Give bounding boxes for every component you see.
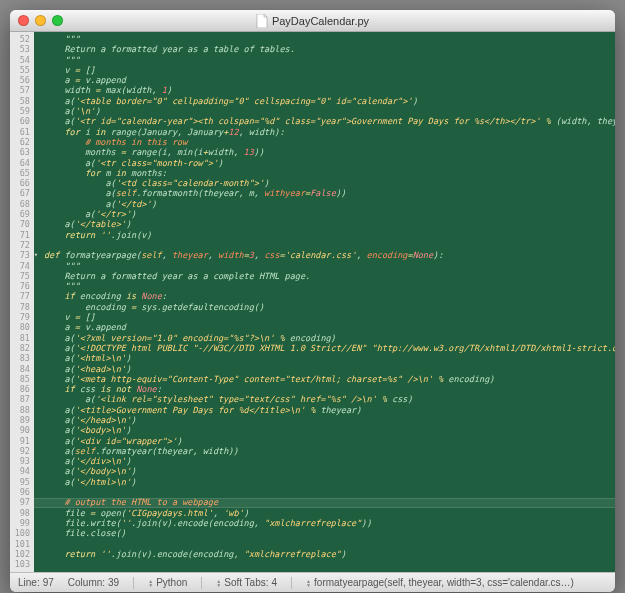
code-line[interactable]: width = max(width, 1) — [44, 85, 615, 95]
line-number[interactable]: 80 — [12, 322, 30, 332]
code-line[interactable]: a('<meta http-equiv="Content-Type" conte… — [44, 374, 615, 384]
line-number[interactable]: 103 — [12, 559, 30, 569]
line-number[interactable]: 78 — [12, 302, 30, 312]
code-line[interactable]: a('<tr class="month-row">') — [44, 158, 615, 168]
line-number[interactable]: 101 — [12, 539, 30, 549]
line-number[interactable]: 94 — [12, 466, 30, 476]
code-line[interactable]: file = open('CIGpaydays.html', 'wb') — [44, 508, 615, 518]
line-number[interactable]: 55 — [12, 65, 30, 75]
code-line[interactable]: Return a formatted year as a complete HT… — [44, 271, 615, 281]
line-number[interactable]: 81 — [12, 333, 30, 343]
line-number[interactable]: 92 — [12, 446, 30, 456]
line-number[interactable]: 91 — [12, 436, 30, 446]
line-number[interactable]: 90 — [12, 425, 30, 435]
line-number[interactable]: 83 — [12, 353, 30, 363]
code-line[interactable]: a('</html>\n') — [44, 477, 615, 487]
code-line[interactable]: for m in months: — [44, 168, 615, 178]
code-line[interactable]: a('<div id="wrapper">') — [44, 436, 615, 446]
code-line[interactable]: file.close() — [44, 528, 615, 538]
line-number[interactable]: 85 — [12, 374, 30, 384]
code-line[interactable]: """ — [44, 281, 615, 291]
code-line[interactable] — [44, 487, 615, 497]
code-line[interactable]: a('\n') — [44, 106, 615, 116]
line-number[interactable]: 93 — [12, 456, 30, 466]
close-icon[interactable] — [18, 15, 29, 26]
line-number[interactable]: 98 — [12, 508, 30, 518]
code-content[interactable]: """ Return a formatted year as a table o… — [34, 32, 615, 572]
line-number[interactable]: 62 — [12, 137, 30, 147]
code-line[interactable]: a('</tr>') — [44, 209, 615, 219]
line-number[interactable]: 100 — [12, 528, 30, 538]
line-number[interactable]: 99 — [12, 518, 30, 528]
code-line[interactable]: a = v.append — [44, 322, 615, 332]
line-number[interactable]: 102 — [12, 549, 30, 559]
line-number[interactable]: 86 — [12, 384, 30, 394]
code-line[interactable]: a('</body>\n') — [44, 466, 615, 476]
line-number-gutter[interactable]: 5253545556575859606162636465666768697071… — [10, 32, 34, 572]
code-line[interactable]: return ''.join(v).encode(encoding, "xmlc… — [44, 549, 615, 559]
code-line[interactable]: file.write(''.join(v).encode(encoding, "… — [44, 518, 615, 528]
line-number[interactable]: 75 — [12, 271, 30, 281]
line-number[interactable]: 54 — [12, 55, 30, 65]
line-number[interactable]: 87 — [12, 394, 30, 404]
code-line[interactable]: a('</div>\n') — [44, 456, 615, 466]
code-line[interactable]: """ — [44, 261, 615, 271]
line-number[interactable]: 58 — [12, 96, 30, 106]
line-number[interactable]: 65 — [12, 168, 30, 178]
code-line[interactable]: a('</head>\n') — [44, 415, 615, 425]
zoom-icon[interactable] — [52, 15, 63, 26]
line-number[interactable]: 64 — [12, 158, 30, 168]
code-line[interactable]: a('<tr id="calendar-year"><th colspan="%… — [44, 116, 615, 126]
code-line[interactable]: encoding = sys.getdefaultencoding() — [44, 302, 615, 312]
line-number[interactable]: 77 — [12, 291, 30, 301]
code-line[interactable]: months = range(i, min(i+width, 13)) — [44, 147, 615, 157]
line-number[interactable]: 53 — [12, 44, 30, 54]
code-line[interactable]: a(self.formatmonth(theyear, m, withyear=… — [44, 188, 615, 198]
line-number[interactable]: 68 — [12, 199, 30, 209]
code-line[interactable]: return ''.join(v) — [44, 230, 615, 240]
line-number[interactable]: 56 — [12, 75, 30, 85]
line-number[interactable]: 63 — [12, 147, 30, 157]
code-line[interactable]: a('<title>Government Pay Days for %d</ti… — [44, 405, 615, 415]
line-number[interactable]: 60 — [12, 116, 30, 126]
indent-selector[interactable]: ▲▼ Soft Tabs: 4 — [216, 577, 277, 588]
line-number[interactable]: 97 — [12, 497, 30, 507]
line-number[interactable]: 88 — [12, 405, 30, 415]
code-line[interactable]: a('<!DOCTYPE html PUBLIC "-//W3C//DTD XH… — [44, 343, 615, 353]
line-number[interactable]: 89 — [12, 415, 30, 425]
code-line[interactable] — [44, 539, 615, 549]
code-line[interactable]: def formatyearpage(self, theyear, width=… — [44, 250, 615, 260]
code-line[interactable]: a('<body>\n') — [44, 425, 615, 435]
code-line[interactable]: a('<td class="calendar-month">') — [44, 178, 615, 188]
code-line[interactable]: v = [] — [44, 65, 615, 75]
line-number[interactable]: 59 — [12, 106, 30, 116]
code-line[interactable]: a('</table>') — [44, 219, 615, 229]
code-line[interactable] — [44, 559, 615, 569]
code-line[interactable]: # months in this row — [44, 137, 615, 147]
line-number[interactable]: 72 — [12, 240, 30, 250]
line-number[interactable]: 84 — [12, 364, 30, 374]
line-number[interactable]: 57 — [12, 85, 30, 95]
line-number[interactable]: 95 — [12, 477, 30, 487]
line-number[interactable]: 79 — [12, 312, 30, 322]
code-line[interactable]: if encoding is None: — [44, 291, 615, 301]
code-line[interactable]: a('<?xml version="1.0" encoding="%s"?>\n… — [44, 333, 615, 343]
line-number[interactable]: 67 — [12, 188, 30, 198]
line-number[interactable]: 76 — [12, 281, 30, 291]
line-number[interactable]: 69 — [12, 209, 30, 219]
code-line[interactable]: v = [] — [44, 312, 615, 322]
code-line[interactable] — [44, 240, 615, 250]
line-number[interactable]: 52 — [12, 34, 30, 44]
code-line[interactable]: if css is not None: — [44, 384, 615, 394]
line-number[interactable]: 66 — [12, 178, 30, 188]
line-number[interactable]: 82 — [12, 343, 30, 353]
code-line[interactable]: """ — [44, 55, 615, 65]
titlebar[interactable]: PayDayCalendar.py — [10, 10, 615, 32]
line-number[interactable]: 74 — [12, 261, 30, 271]
line-number[interactable]: 61 — [12, 127, 30, 137]
line-number[interactable]: 71 — [12, 230, 30, 240]
line-number[interactable]: 96 — [12, 487, 30, 497]
line-number[interactable]: 70 — [12, 219, 30, 229]
code-line[interactable]: a(self.formatyear(theyear, width)) — [44, 446, 615, 456]
code-line[interactable]: a = v.append — [44, 75, 615, 85]
